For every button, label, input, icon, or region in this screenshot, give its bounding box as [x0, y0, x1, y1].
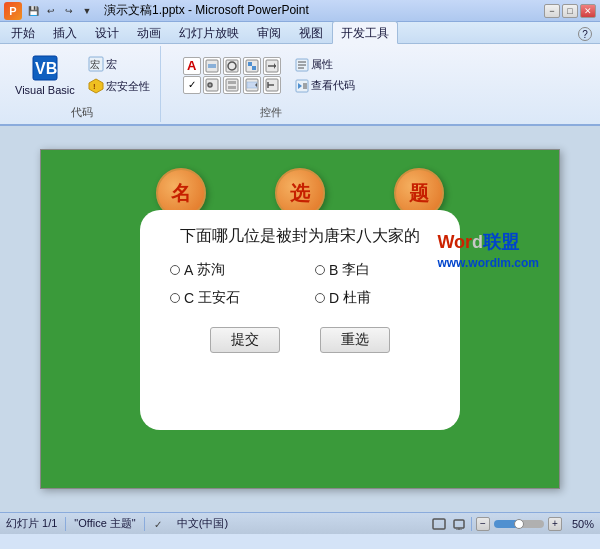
slide-buttons: 提交 重选 — [210, 327, 390, 353]
slide: 名 选 题 下面哪几位是被封为唐宋八大家的 A 苏洵 B 李白 — [40, 149, 560, 489]
titlebar-left: P 💾 ↩ ↪ ▼ 演示文稿1.pptx - Microsoft PowerPo… — [4, 2, 309, 20]
controls-row-2: ✓ — [183, 76, 281, 94]
visual-basic-label: Visual Basic — [15, 84, 75, 97]
svg-rect-21 — [228, 86, 236, 89]
svg-rect-20 — [228, 81, 236, 84]
controls-icons: A ✓ — [183, 57, 281, 94]
close-button[interactable]: ✕ — [580, 4, 596, 18]
ctrl-icon-5[interactable] — [263, 57, 281, 75]
zoom-slider[interactable] — [494, 520, 544, 528]
option-c[interactable]: C 王安石 — [170, 289, 285, 307]
quick-undo[interactable]: ↩ — [44, 4, 58, 18]
ctrl-icon-9[interactable] — [243, 76, 261, 94]
quick-save[interactable]: 💾 — [26, 4, 40, 18]
maximize-button[interactable]: □ — [562, 4, 578, 18]
svg-text:!: ! — [93, 82, 96, 91]
slide-area: 名 选 题 下面哪几位是被封为唐宋八大家的 A 苏洵 B 李白 — [0, 126, 600, 512]
ribbon-group-controls: A ✓ — [161, 46, 381, 122]
svg-rect-38 — [433, 519, 445, 529]
svg-text:VB: VB — [35, 60, 57, 77]
code-group-items: VB Visual Basic 宏 宏 ! — [10, 48, 154, 102]
svg-rect-7 — [208, 64, 216, 68]
slide-card: 下面哪几位是被封为唐宋八大家的 A 苏洵 B 李白 C 王安石 — [140, 210, 460, 430]
ribbon-group-code: VB Visual Basic 宏 宏 ! — [4, 46, 161, 122]
macro-button[interactable]: 宏 宏 — [84, 54, 154, 74]
lang-info: 中文(中国) — [177, 516, 228, 531]
reset-button[interactable]: 重选 — [320, 327, 390, 353]
zoom-thumb[interactable] — [514, 519, 524, 529]
controls-row-1: A — [183, 57, 281, 75]
visual-basic-button[interactable]: VB Visual Basic — [10, 51, 80, 100]
office-icon: P — [4, 2, 22, 20]
svg-text:宏: 宏 — [90, 59, 100, 70]
tab-start[interactable]: 开始 — [2, 21, 44, 43]
option-d[interactable]: D 杜甫 — [315, 289, 430, 307]
titlebar: P 💾 ↩ ↪ ▼ 演示文稿1.pptx - Microsoft PowerPo… — [0, 0, 600, 22]
slide-question: 下面哪几位是被封为唐宋八大家的 — [180, 226, 420, 247]
properties-button[interactable]: 属性 — [291, 55, 359, 74]
theme-info: "Office 主题" — [74, 516, 135, 531]
visual-basic-icon: VB — [31, 54, 59, 82]
ctrl-icon-8[interactable] — [223, 76, 241, 94]
code-group-label: 代码 — [71, 102, 93, 120]
svg-rect-39 — [454, 520, 464, 528]
ctrl-icon-10[interactable] — [263, 76, 281, 94]
slide-options: A 苏洵 B 李白 C 王安石 D 杜甫 — [160, 261, 440, 307]
sep-1 — [65, 517, 66, 531]
submit-button[interactable]: 提交 — [210, 327, 280, 353]
ribbon-tabs: 开始 插入 设计 动画 幻灯片放映 审阅 视图 开发工具 ? — [0, 22, 600, 44]
statusbar-right: − + 50% — [431, 517, 594, 531]
titlebar-controls: − □ ✕ — [544, 4, 596, 18]
tab-view[interactable]: 视图 — [290, 21, 332, 43]
view-normal-icon[interactable] — [431, 517, 447, 531]
svg-marker-4 — [89, 79, 103, 93]
svg-point-18 — [209, 84, 211, 86]
option-d-radio[interactable] — [315, 293, 325, 303]
view-code-button[interactable]: 查看代码 — [291, 76, 359, 95]
controls-group-label: 控件 — [260, 102, 282, 120]
sep-3 — [471, 517, 472, 531]
statusbar-left: 幻灯片 1/1 "Office 主题" ✓ 中文(中国) — [6, 516, 423, 531]
statusbar: 幻灯片 1/1 "Office 主题" ✓ 中文(中国) − + 50% — [0, 512, 600, 534]
props-code-column: 属性 查看代码 — [291, 55, 359, 95]
tab-slideshow[interactable]: 幻灯片放映 — [170, 21, 248, 43]
macro-security-button[interactable]: ! 宏安全性 — [84, 76, 154, 96]
option-a[interactable]: A 苏洵 — [170, 261, 285, 279]
tab-insert[interactable]: 插入 — [44, 21, 86, 43]
tab-design[interactable]: 设计 — [86, 21, 128, 43]
ctrl-icon-7[interactable] — [203, 76, 221, 94]
tab-developer[interactable]: 开发工具 — [332, 21, 398, 44]
ctrl-text-icon[interactable]: A — [183, 57, 201, 75]
macro-column: 宏 宏 ! 宏安全性 — [84, 54, 154, 96]
sep-2 — [144, 517, 145, 531]
option-c-radio[interactable] — [170, 293, 180, 303]
zoom-in-button[interactable]: + — [548, 517, 562, 531]
view-slide-icon[interactable] — [451, 517, 467, 531]
zoom-out-button[interactable]: − — [476, 517, 490, 531]
svg-rect-12 — [252, 66, 256, 70]
tab-animation[interactable]: 动画 — [128, 21, 170, 43]
ribbon: VB Visual Basic 宏 宏 ! — [0, 44, 600, 126]
minimize-button[interactable]: − — [544, 4, 560, 18]
slide-info: 幻灯片 1/1 — [6, 516, 57, 531]
svg-rect-11 — [248, 62, 252, 66]
svg-rect-19 — [226, 79, 238, 91]
spellcheck-icon[interactable]: ✓ — [153, 517, 169, 531]
quick-redo[interactable]: ↪ — [62, 4, 76, 18]
option-b-radio[interactable] — [315, 265, 325, 275]
zoom-level: 50% — [566, 518, 594, 530]
quick-dropdown[interactable]: ▼ — [80, 4, 94, 18]
help-button[interactable]: ? — [572, 24, 598, 43]
svg-text:✓: ✓ — [154, 519, 162, 530]
tab-review[interactable]: 审阅 — [248, 21, 290, 43]
ctrl-icon-3[interactable] — [223, 57, 241, 75]
controls-group-items: A ✓ — [183, 48, 359, 102]
option-a-radio[interactable] — [170, 265, 180, 275]
title-text: 演示文稿1.pptx - Microsoft PowerPoint — [104, 2, 309, 19]
ctrl-checkbox-icon[interactable]: ✓ — [183, 76, 201, 94]
ctrl-icon-2[interactable] — [203, 57, 221, 75]
option-b[interactable]: B 李白 — [315, 261, 430, 279]
ctrl-icon-4[interactable] — [243, 57, 261, 75]
